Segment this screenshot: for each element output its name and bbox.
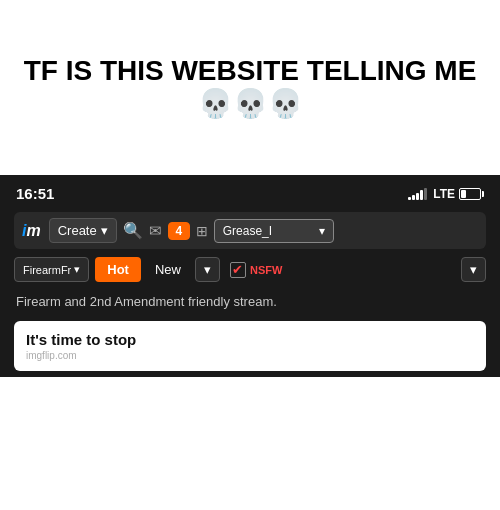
grid-icon[interactable]: ⊞	[196, 223, 208, 239]
notification-badge[interactable]: 4	[168, 222, 190, 240]
nsfw-checkbox[interactable]: ✔	[230, 262, 246, 278]
stream-description: Firearm and 2nd Amendment friendly strea…	[14, 290, 486, 317]
more-arrow-icon: ▾	[470, 262, 477, 277]
battery-icon	[459, 188, 484, 200]
user-arrow-icon: ▾	[319, 224, 325, 238]
filter-bar: FirearmFr ▾ Hot New ▾ ✔ NSFW ▾	[14, 257, 486, 282]
nav-bar: im Create ▾ 🔍 ✉ 4 ⊞ Grease_I ▾	[14, 212, 486, 249]
nsfw-toggle[interactable]: ✔ NSFW	[230, 262, 282, 278]
signal-icon	[408, 188, 427, 200]
more-options-button[interactable]: ▾	[461, 257, 486, 282]
username-label: Grease_I	[223, 224, 272, 238]
post-title: It's time to stop	[26, 331, 474, 348]
nsfw-label: NSFW	[250, 264, 282, 276]
phone-ui: 16:51 LTE im Create ▾	[0, 175, 500, 377]
new-filter-button[interactable]: New	[147, 257, 189, 282]
mail-icon[interactable]: ✉	[149, 222, 162, 240]
lte-label: LTE	[433, 187, 455, 201]
community-label: FirearmFr	[23, 264, 71, 276]
sort-arrow-icon: ▾	[204, 262, 211, 277]
create-button[interactable]: Create ▾	[49, 218, 117, 243]
community-filter-button[interactable]: FirearmFr ▾	[14, 257, 89, 282]
create-arrow-icon: ▾	[101, 223, 108, 238]
imgflip-logo: im	[22, 222, 41, 240]
post-preview-card[interactable]: It's time to stop imgflip.com	[14, 321, 486, 371]
community-arrow-icon: ▾	[74, 263, 80, 276]
hot-filter-button[interactable]: Hot	[95, 257, 141, 282]
post-source: imgflip.com	[26, 350, 474, 361]
hot-label: Hot	[107, 262, 129, 277]
search-icon[interactable]: 🔍	[123, 221, 143, 240]
nsfw-check-icon: ✔	[232, 263, 243, 276]
status-icons: LTE	[408, 187, 484, 201]
sort-dropdown-button[interactable]: ▾	[195, 257, 220, 282]
status-bar: 16:51 LTE	[14, 185, 486, 202]
new-label: New	[155, 262, 181, 277]
status-time: 16:51	[16, 185, 54, 202]
meme-section: TF IS THIS WEBSITE TELLING ME💀💀💀	[0, 0, 500, 175]
user-menu-button[interactable]: Grease_I ▾	[214, 219, 334, 243]
create-label: Create	[58, 223, 97, 238]
meme-title: TF IS THIS WEBSITE TELLING ME💀💀💀	[20, 55, 480, 119]
